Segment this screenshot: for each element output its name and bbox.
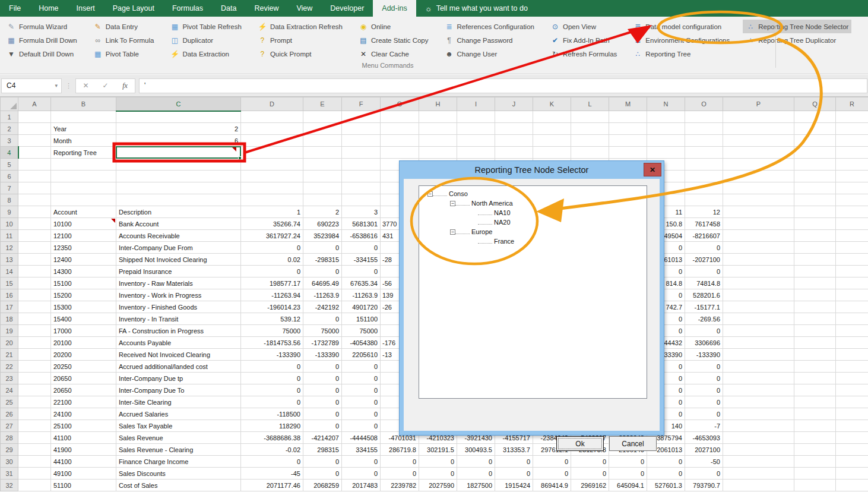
tree-node[interactable]: − Europe — [450, 227, 647, 236]
cell[interactable] — [794, 420, 836, 432]
cell[interactable]: 0 — [533, 468, 571, 480]
cell[interactable] — [836, 266, 868, 277]
cell[interactable] — [342, 159, 381, 171]
cell[interactable] — [794, 396, 836, 408]
cell[interactable] — [18, 123, 51, 135]
cell[interactable] — [794, 313, 836, 325]
cell[interactable] — [18, 361, 51, 373]
ribbon-tab[interactable]: File — [0, 0, 30, 17]
cell[interactable] — [836, 206, 868, 218]
cell[interactable]: -133390 — [685, 349, 723, 361]
cell[interactable] — [794, 456, 836, 468]
column-header[interactable]: N — [647, 97, 685, 111]
cell[interactable] — [419, 135, 457, 147]
cell[interactable] — [794, 444, 836, 456]
cell[interactable]: -1732789 — [303, 337, 342, 349]
cell[interactable]: 869414.9 — [533, 480, 571, 491]
cell[interactable] — [51, 171, 116, 182]
cell[interactable]: Shipped Not Invoiced Clearing — [116, 254, 241, 266]
column-header[interactable]: O — [685, 97, 723, 111]
cell[interactable] — [18, 468, 51, 480]
row-header[interactable]: 4 — [1, 147, 18, 159]
cell[interactable]: 0 — [342, 396, 381, 408]
cell[interactable]: 0 — [303, 313, 342, 325]
cell[interactable]: 0 — [685, 468, 723, 480]
cell[interactable]: -3688686.38 — [241, 432, 303, 444]
cell[interactable]: 0 — [647, 456, 685, 468]
cell[interactable]: 0.02 — [241, 254, 303, 266]
cell[interactable] — [836, 147, 868, 159]
ribbon-command[interactable]: ⚡ Data Extraction — [167, 47, 245, 61]
cell[interactable]: 0 — [241, 361, 303, 373]
cell[interactable]: 0 — [241, 242, 303, 254]
cell[interactable] — [794, 206, 836, 218]
cell[interactable] — [723, 111, 794, 123]
cell[interactable]: 0 — [241, 266, 303, 277]
cell[interactable] — [836, 230, 868, 242]
cell[interactable] — [303, 147, 342, 159]
cell[interactable] — [836, 218, 868, 230]
cell[interactable]: 198577.17 — [241, 277, 303, 289]
cell[interactable] — [836, 159, 868, 171]
cell[interactable]: 313353.7 — [495, 444, 533, 456]
cell[interactable]: Accrued Salaries — [116, 408, 241, 420]
cell[interactable] — [723, 301, 794, 313]
cell[interactable]: 0 — [685, 373, 723, 384]
cell[interactable] — [18, 432, 51, 444]
cell[interactable] — [647, 123, 685, 135]
ribbon-command[interactable]: ▦ Formula Drill Down — [4, 33, 80, 47]
tree-node[interactable]: − France — [473, 236, 647, 246]
cell[interactable] — [303, 135, 342, 147]
row-header[interactable]: 6 — [1, 171, 18, 182]
cell[interactable] — [723, 182, 794, 194]
cell[interactable] — [685, 147, 723, 159]
cell[interactable] — [836, 182, 868, 194]
cell[interactable] — [533, 135, 571, 147]
cell[interactable] — [51, 111, 116, 123]
cell[interactable] — [723, 147, 794, 159]
cell[interactable] — [18, 313, 51, 325]
cell[interactable]: -11263.9 — [303, 289, 342, 301]
cell[interactable]: 0 — [303, 242, 342, 254]
cell[interactable]: Account — [51, 206, 116, 218]
cell[interactable]: -4653093 — [685, 432, 723, 444]
cell[interactable]: 0 — [533, 456, 571, 468]
cell[interactable]: 74814.8 — [685, 277, 723, 289]
cell[interactable] — [836, 349, 868, 361]
row-header[interactable]: 5 — [1, 159, 18, 171]
cell[interactable]: 0 — [381, 468, 419, 480]
cell[interactable]: -298315 — [303, 254, 342, 266]
cell[interactable]: 0 — [303, 384, 342, 396]
cell[interactable]: -50 — [685, 456, 723, 468]
cell[interactable]: 2 — [303, 206, 342, 218]
cell[interactable]: 0 — [495, 456, 533, 468]
cell[interactable] — [723, 289, 794, 301]
cell[interactable] — [836, 432, 868, 444]
cell[interactable] — [51, 159, 116, 171]
cell[interactable] — [836, 301, 868, 313]
cell[interactable] — [303, 123, 342, 135]
ribbon-command[interactable]: ? Prompt — [255, 33, 346, 47]
cell[interactable] — [241, 123, 303, 135]
cell[interactable]: Sales Revenue - Clearing — [116, 444, 241, 456]
cell[interactable] — [18, 349, 51, 361]
cell[interactable] — [609, 123, 647, 135]
cell[interactable]: 0 — [495, 468, 533, 480]
cell[interactable]: 3523984 — [303, 230, 342, 242]
cell[interactable] — [241, 171, 303, 182]
cell[interactable] — [794, 480, 836, 491]
cell[interactable]: 0 — [342, 456, 381, 468]
cell[interactable] — [836, 373, 868, 384]
ribbon-command[interactable]: ▦ Pivot Table — [90, 47, 157, 61]
cell[interactable]: 0 — [685, 242, 723, 254]
cell[interactable] — [836, 171, 868, 182]
cell[interactable]: 0 — [685, 325, 723, 337]
cell[interactable]: 3 — [342, 206, 381, 218]
cell[interactable]: 0 — [342, 373, 381, 384]
cell[interactable] — [533, 147, 571, 159]
cell[interactable] — [723, 206, 794, 218]
cell[interactable]: 20200 — [51, 349, 116, 361]
cell[interactable] — [836, 277, 868, 289]
ribbon-command[interactable]: ⊙ Open View — [547, 20, 620, 33]
cell[interactable] — [794, 468, 836, 480]
